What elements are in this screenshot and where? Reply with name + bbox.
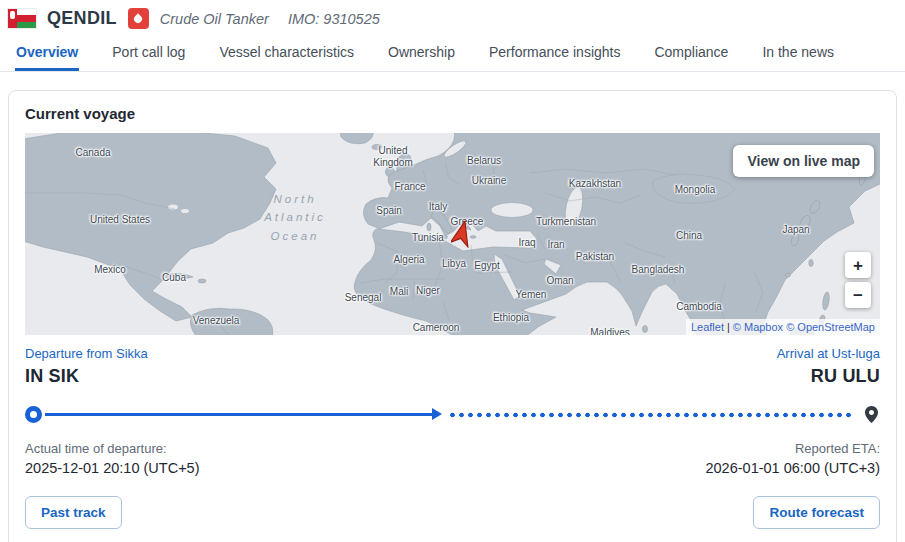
tab-port-call-log[interactable]: Port call log <box>111 34 186 71</box>
map-label-ukraine: Ukraine <box>472 175 506 187</box>
map-label-pakistan: Pakistan <box>576 251 614 263</box>
leaflet-link[interactable]: Leaflet <box>691 321 724 333</box>
map-label-mexico: Mexico <box>94 264 126 276</box>
tab-compliance[interactable]: Compliance <box>653 34 729 71</box>
eta-label: Reported ETA: <box>795 441 880 456</box>
map-label-iraq: Iraq <box>518 237 535 249</box>
attribution-separator: | <box>727 321 730 333</box>
map-label-mongolia: Mongolia <box>675 184 716 196</box>
map-label-algeria: Algeria <box>393 254 424 266</box>
map-label-yemen: Yemen <box>516 289 547 301</box>
arrival-port-code: RU ULU <box>811 366 880 387</box>
current-voyage-card: Current voyage <box>8 90 897 542</box>
map-label-italy: Italy <box>429 201 447 213</box>
map-label-niger: Niger <box>416 285 440 297</box>
imo-number: IMO: 9310525 <box>288 11 380 27</box>
eta-value: 2026-01-01 06:00 (UTC+3) <box>705 460 880 476</box>
map-zoom-controls: + − <box>845 252 871 308</box>
mapbox-link[interactable]: © Mapbox <box>733 321 783 333</box>
map-label-venezuela: Venezuela <box>193 315 240 327</box>
map-label-maldives: Maldives <box>590 327 629 335</box>
vessel-direction-arrow-icon <box>432 408 442 420</box>
destination-pin-icon <box>863 404 880 425</box>
remaining-route-dotted-line <box>448 412 855 418</box>
map-label-kazakhstan: Kazakhstan <box>569 178 621 190</box>
tab-performance-insights[interactable]: Performance insights <box>488 34 622 71</box>
vessel-type: Crude Oil Tanker <box>160 11 269 27</box>
tab-bar: OverviewPort call logVessel characterist… <box>0 34 905 72</box>
map-label-japan: Japan <box>782 224 809 236</box>
osm-link[interactable]: © OpenStreetMap <box>786 321 875 333</box>
tab-vessel-characteristics[interactable]: Vessel characteristics <box>218 34 355 71</box>
map-label-iran: Iran <box>547 239 564 251</box>
arrival-link[interactable]: Arrival at Ust-luga <box>777 346 880 361</box>
departure-point-icon <box>25 406 42 423</box>
map-label-canada: Canada <box>75 147 110 159</box>
vessel-position-marker[interactable] <box>451 220 473 252</box>
tab-in-the-news[interactable]: In the news <box>761 34 835 71</box>
oman-flag-icon <box>8 9 36 28</box>
map-label-united-kingdom: United Kingdom <box>373 145 412 168</box>
crude-oil-tanker-icon <box>128 8 149 29</box>
past-track-button[interactable]: Past track <box>25 496 122 529</box>
map-label-tunisia: Tunisia <box>412 232 444 244</box>
departure-time-value: 2025-12-01 20:10 (UTC+5) <box>25 460 200 476</box>
map-label-senegal: Senegal <box>345 292 382 304</box>
view-live-map-button[interactable]: View on live map <box>733 145 874 177</box>
map-label-bangladesh: Bangladesh <box>632 264 685 276</box>
zoom-out-button[interactable]: − <box>845 282 871 308</box>
map-label-china: China <box>676 230 702 242</box>
map-label-mali: Mali <box>390 286 408 298</box>
departure-link[interactable]: Departure from Sikka <box>25 346 148 361</box>
vessel-name: QENDIL <box>47 8 117 29</box>
voyage-progress-bar <box>25 404 880 425</box>
map-label-belarus: Belarus <box>467 155 501 167</box>
tab-ownership[interactable]: Ownership <box>387 34 456 71</box>
zoom-in-button[interactable]: + <box>845 252 871 278</box>
card-title: Current voyage <box>25 105 880 122</box>
completed-track-line <box>45 413 433 416</box>
map-label-spain: Spain <box>376 205 402 217</box>
map-label-cambodia: Cambodia <box>676 301 722 313</box>
map-label-libya: Libya <box>442 258 466 270</box>
map-label-ethiopia: Ethiopia <box>493 312 529 324</box>
map-label-oman: Oman <box>546 275 573 287</box>
map-label-cuba: Cuba <box>162 272 186 284</box>
map-label-united-states: United States <box>90 214 150 226</box>
vessel-header: QENDIL Crude Oil Tanker IMO: 9310525 <box>0 0 905 34</box>
map-label-cameroon: Cameroon <box>413 322 460 334</box>
map-label-egypt: Egypt <box>474 260 500 272</box>
ocean-label: North Atlantic Ocean <box>264 190 326 245</box>
departure-time-label: Actual time of departure: <box>25 441 167 456</box>
voyage-map[interactable]: CanadaUnited StatesMexicoCubaVenezuelaUn… <box>25 133 880 335</box>
tab-overview[interactable]: Overview <box>15 34 79 71</box>
map-label-france: France <box>394 181 425 193</box>
map-label-turkmenistan: Turkmenistan <box>536 216 596 228</box>
route-forecast-button[interactable]: Route forecast <box>753 496 880 529</box>
map-attribution: Leaflet|© Mapbox © OpenStreetMap <box>686 319 880 335</box>
departure-port-code: IN SIK <box>25 366 79 387</box>
